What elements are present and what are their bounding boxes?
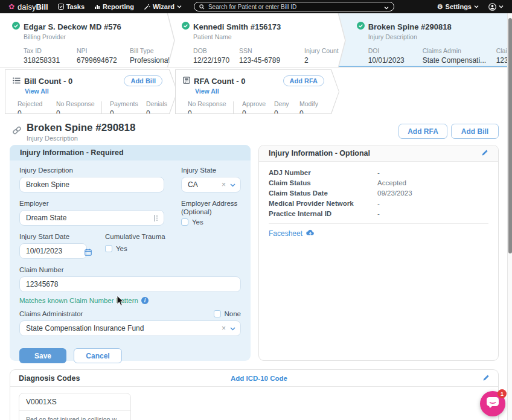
page-header: Broken Spine #290818 Injury Description bbox=[12, 122, 135, 142]
bill-stat-denials: Denials 0 bbox=[146, 100, 167, 118]
diagnosis-codes-title: Diagnosis Codes bbox=[19, 374, 80, 383]
provider-title: Edgar S. Deckow MD #576 bbox=[24, 22, 121, 31]
add-rfa-button[interactable]: Add RFA bbox=[398, 124, 447, 139]
autocomplete-icon bbox=[154, 214, 159, 224]
rfa-view-all-link[interactable]: View All bbox=[195, 88, 330, 95]
search-chevron-down-icon[interactable] bbox=[384, 1, 389, 12]
optional-row-medical-provider-network: Medical Provider Network - bbox=[269, 198, 488, 208]
claim-pattern-text[interactable]: Matches known Claim Number Pattern bbox=[19, 297, 138, 304]
cumulative-trauma-label: Cumulative Trauma bbox=[105, 233, 241, 240]
diagnosis-code: V0001XS bbox=[19, 393, 130, 411]
nav-tasks[interactable]: Tasks bbox=[58, 3, 85, 10]
select-chevron-down-icon[interactable] bbox=[230, 324, 235, 332]
injury-start-date-label: Injury Start Date bbox=[19, 233, 97, 240]
breadcrumb-injury[interactable]: Broken Spine #290818 Injury Description … bbox=[339, 13, 512, 67]
cloud-upload-icon bbox=[306, 229, 315, 238]
brand-bill: Bill bbox=[36, 2, 48, 11]
bar-chart-icon bbox=[94, 4, 100, 10]
nav-tasks-label: Tasks bbox=[66, 3, 85, 10]
claim-number-label: Claim Number bbox=[19, 266, 241, 273]
injury-information-required-panel: Injury Information - Required Injury Des… bbox=[10, 145, 251, 361]
rfa-stat-deny: Deny 0 bbox=[274, 100, 299, 118]
gear-icon: ⚙ bbox=[437, 4, 443, 10]
injury-claims-admin: Claims Admin State Compensati... bbox=[423, 47, 496, 65]
rfa-stat-approve: Approve 0 bbox=[242, 100, 274, 118]
cancel-button[interactable]: Cancel bbox=[74, 348, 122, 363]
daisy-flower-icon: ✿ bbox=[8, 3, 14, 10]
bill-view-all-link[interactable]: View All bbox=[25, 88, 168, 95]
claims-administrator-value: State Compensation Insurance Fund bbox=[26, 324, 222, 332]
claims-administrator-select[interactable]: State Compensation Insurance Fund × bbox=[19, 320, 241, 336]
nav-reporting[interactable]: Reporting bbox=[94, 3, 134, 10]
clear-icon[interactable]: × bbox=[222, 324, 226, 332]
optional-row-claim-status: Claim Status Accepted bbox=[269, 177, 488, 188]
chevron-down-icon bbox=[177, 5, 182, 8]
patient-title: Kennedi Smith #156173 bbox=[193, 22, 281, 31]
claim-number-input[interactable] bbox=[19, 276, 241, 292]
clear-icon[interactable]: × bbox=[222, 180, 226, 189]
injury-state-label: Injury State bbox=[181, 167, 241, 174]
context-breadcrumbs: Edgar S. Deckow MD #576 Billing Provider… bbox=[0, 13, 508, 68]
optional-row-practice-internal-id: Practice Internal ID - bbox=[269, 208, 488, 218]
top-nav: ✿ daisyBill Tasks Reporting Wizard ⚙ Set… bbox=[0, 0, 512, 13]
injury-subtitle: Injury Description bbox=[368, 33, 512, 40]
bill-count-title: Bill Count - 0 bbox=[24, 77, 72, 86]
injury-start-date-input[interactable] bbox=[19, 243, 87, 259]
save-button[interactable]: Save bbox=[19, 348, 66, 363]
brand-daisy: daisy bbox=[18, 2, 36, 11]
app-window: ✿ daisyBill Tasks Reporting Wizard ⚙ Set… bbox=[0, 0, 512, 420]
add-icd10-code-link[interactable]: Add ICD-10 Code bbox=[231, 375, 287, 382]
divider bbox=[269, 223, 488, 224]
edit-pencil-icon[interactable] bbox=[481, 149, 488, 158]
add-bill-button-small[interactable]: Add Bill bbox=[124, 75, 162, 86]
breadcrumb-patient[interactable]: Kennedi Smith #156173 Patient Name DOB 1… bbox=[170, 13, 339, 67]
calendar-icon[interactable] bbox=[85, 247, 92, 258]
injury-description-input[interactable] bbox=[19, 177, 164, 192]
patient-injury-count: Injury Count 2 bbox=[304, 47, 339, 65]
list-icon bbox=[13, 75, 21, 86]
nav-settings-label: Settings bbox=[446, 3, 472, 10]
injury-state-select[interactable]: CA × bbox=[181, 177, 241, 192]
bill-stat-rejected: Rejected 0 bbox=[18, 100, 48, 118]
claims-admin-none-checkbox[interactable] bbox=[214, 310, 221, 317]
employer-address-yes-checkbox[interactable] bbox=[181, 218, 188, 226]
rfa-form-icon bbox=[183, 75, 190, 86]
search-input[interactable] bbox=[208, 4, 380, 10]
page-subtitle: Injury Description bbox=[27, 135, 135, 142]
rfa-count-title: RFA Count - 0 bbox=[194, 77, 245, 86]
select-chevron-down-icon[interactable] bbox=[230, 180, 235, 189]
nav-wizard[interactable]: Wizard bbox=[144, 3, 182, 10]
nav-account[interactable] bbox=[488, 3, 504, 11]
cumulative-trauma-yes-checkbox[interactable] bbox=[105, 245, 112, 252]
edit-pencil-icon[interactable] bbox=[482, 373, 490, 384]
stat-divider bbox=[233, 101, 234, 118]
breadcrumb-billing-provider[interactable]: Edgar S. Deckow MD #576 Billing Provider… bbox=[0, 13, 170, 67]
info-icon[interactable]: i bbox=[141, 297, 149, 304]
vertical-scrollbar-thumb[interactable] bbox=[508, 18, 512, 253]
facesheet-link[interactable]: Facesheet bbox=[269, 229, 315, 238]
employer-address-label-line2: (Optional) bbox=[181, 208, 241, 215]
global-search[interactable] bbox=[194, 2, 394, 11]
stat-divider bbox=[101, 101, 102, 118]
injury-doi: DOI 10/01/2023 bbox=[368, 47, 423, 65]
chat-icon bbox=[486, 396, 499, 411]
wand-icon bbox=[144, 4, 150, 10]
provider-subtitle: Billing Provider bbox=[24, 33, 170, 40]
patient-dob: DOB 12/22/1970 bbox=[193, 47, 228, 65]
nav-settings[interactable]: ⚙ Settings bbox=[437, 3, 479, 10]
search-icon bbox=[199, 1, 205, 12]
bill-stat-no-response: No Response 0 bbox=[56, 100, 101, 118]
employer-input[interactable] bbox=[19, 210, 164, 226]
diagnosis-code-card[interactable]: V0001XS Ped on foot injured in collision… bbox=[19, 393, 131, 420]
add-bill-button[interactable]: Add Bill bbox=[451, 124, 499, 139]
diagnosis-codes-panel: Diagnosis Codes Add ICD-10 Code V0001XS … bbox=[10, 369, 499, 420]
facesheet-label: Facesheet bbox=[269, 229, 302, 238]
add-rfa-button-small[interactable]: Add RFA bbox=[283, 75, 324, 86]
claim-pattern-note: Matches known Claim Number Pattern i bbox=[19, 297, 241, 304]
vertical-scrollbar-track[interactable] bbox=[507, 13, 512, 420]
injury-state-value: CA bbox=[188, 180, 222, 189]
employer-address-label-line1: Employer Address bbox=[181, 200, 241, 207]
employer-label: Employer bbox=[19, 200, 164, 207]
settings-chevron-down-icon bbox=[474, 5, 479, 8]
daisybill-logo[interactable]: ✿ daisyBill bbox=[8, 2, 48, 11]
